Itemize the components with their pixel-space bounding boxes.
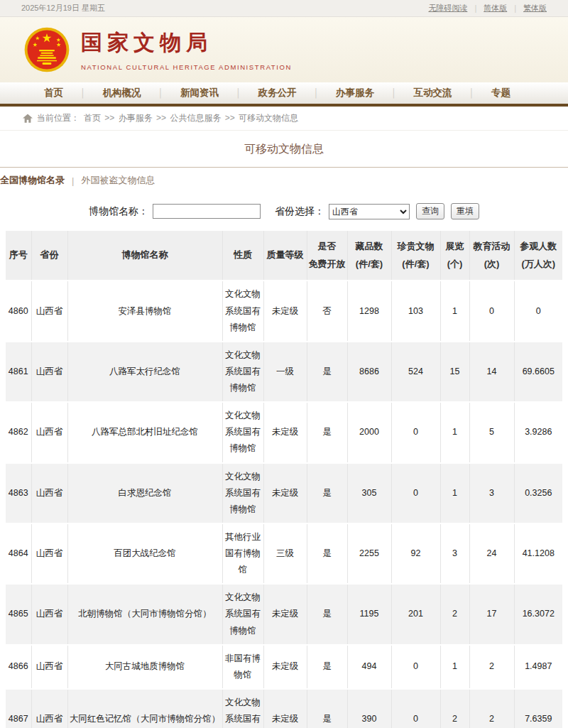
nav-item-4[interactable]: 政务公开 (241, 87, 314, 99)
cell-是否: 是 (307, 342, 347, 402)
cell-展览: 1 (440, 463, 469, 523)
breadcrumb-link[interactable]: 首页 (84, 113, 101, 123)
site-title: 国家文物局 (81, 28, 292, 58)
cell-参观人数: 1.4987 (514, 645, 562, 689)
cell-教育活动: 14 (469, 342, 514, 402)
table-row: 4866山西省大同古城地质博物馆非国有博物馆未定级是4940121.4987 (6, 645, 562, 689)
nav-separator: │ (80, 88, 86, 98)
cell-省份: 山西省 (31, 281, 67, 341)
table-row: 4863山西省白求恩纪念馆文化文物系统国有博物馆未定级是3050130.3256 (6, 463, 562, 523)
nav-separator: │ (236, 88, 241, 98)
cell-参观人数: 0 (514, 281, 562, 341)
header-line1: 省份 (33, 246, 66, 264)
table-row: 4860山西省安泽县博物馆文化文物系统国有博物馆未定级否1298103100 (6, 281, 562, 341)
breadcrumb-separator: >> (102, 113, 117, 123)
cell-藏品数: 2255 (347, 523, 391, 584)
province-label: 省份选择： (275, 205, 324, 218)
column-header: 博物馆名称 (67, 231, 222, 281)
column-header: 质量等级 (263, 231, 307, 281)
cell-质量等级: 未定级 (263, 402, 307, 462)
cell-参观人数: 3.9286 (514, 402, 562, 462)
nav-separator: │ (158, 88, 164, 98)
cell-藏品数: 2000 (347, 402, 391, 462)
reset-button[interactable]: 重填 (451, 203, 479, 219)
tab-2[interactable]: 外国被盗文物信息 (74, 174, 162, 187)
nav-separator: │ (469, 88, 475, 98)
cell-藏品数: 1298 (347, 281, 391, 341)
cell-是否: 是 (307, 645, 347, 689)
brand-block: 国家文物局 NATIONAL CULTURAL HERITAGE ADMINIS… (81, 28, 292, 71)
query-button[interactable]: 查询 (416, 203, 444, 219)
nav-item-7[interactable]: 专题 (474, 87, 528, 99)
cell-珍贵文物: 0 (391, 402, 440, 462)
breadcrumb: 当前位置： 首页 >> 办事服务 >> 公共信息服务 >> 可移动文物信息 (0, 107, 568, 131)
cell-教育活动: 3 (469, 463, 514, 523)
nav-item-5[interactable]: 办事服务 (319, 87, 391, 99)
cell-展览: 1 (440, 402, 469, 462)
breadcrumb-separator: >> (222, 113, 237, 123)
main-nav: 首页│机构概况│新闻资讯│政务公开│办事服务│互动交流│专题 (0, 82, 568, 104)
header-line1: 是否 (309, 238, 346, 256)
nav-item-2[interactable]: 机构概况 (86, 87, 158, 99)
cell-序号: 4862 (6, 402, 31, 462)
topbar-link[interactable]: 简体版 (484, 3, 507, 13)
museum-name-label: 博物馆名称： (89, 205, 148, 218)
table-row: 4867山西省大同红色记忆馆（大同市博物馆分馆）文化文物系统国有博物馆未定级是3… (6, 689, 562, 728)
column-header: 教育活动(次) (469, 231, 514, 281)
nav-separator: │ (391, 88, 397, 98)
nav-item-1[interactable]: 首页 (27, 87, 80, 99)
header-line1: 序号 (7, 246, 30, 264)
topbar-link[interactable]: 繁体版 (523, 3, 547, 13)
cell-质量等级: 未定级 (263, 463, 307, 523)
cell-质量等级: 一级 (263, 342, 307, 402)
tab-1[interactable]: 全国博物馆名录 (0, 174, 72, 187)
breadcrumb-link[interactable]: 可移动文物信息 (239, 113, 298, 123)
cell-序号: 4863 (6, 463, 31, 523)
cell-参观人数: 16.3072 (514, 584, 562, 644)
cell-性质: 文化文物系统国有博物馆 (222, 402, 263, 462)
cell-展览: 2 (440, 584, 469, 644)
header-line2: (个) (442, 256, 468, 273)
table-body: 4860山西省安泽县博物馆文化文物系统国有博物馆未定级否129810310048… (6, 281, 562, 728)
cell-博物馆名称: 大同古城地质博物馆 (67, 645, 222, 689)
topbar-link-separator: ｜ (511, 3, 519, 13)
column-header: 性质 (222, 231, 263, 281)
table-row: 4862山西省八路军总部北村旧址纪念馆文化文物系统国有博物馆未定级是200001… (6, 402, 562, 462)
column-header: 展览(个) (440, 231, 469, 281)
museum-name-input[interactable] (153, 204, 261, 219)
nav-item-3[interactable]: 新闻资讯 (163, 87, 236, 99)
cell-展览: 2 (440, 689, 469, 728)
cell-是否: 是 (307, 463, 347, 523)
cell-珍贵文物: 0 (391, 689, 440, 728)
cell-珍贵文物: 0 (391, 645, 440, 689)
cell-是否: 是 (307, 523, 347, 584)
topbar: 2025年12月19日 星期五 无障碍阅读｜简体版｜繁体版 (0, 0, 568, 17)
table-row: 4864山西省百团大战纪念馆其他行业国有博物馆三级是22559232441.12… (6, 523, 562, 584)
header-line1: 珍贵文物 (393, 238, 439, 256)
column-header: 序号 (6, 231, 31, 281)
cell-藏品数: 494 (347, 645, 391, 689)
cell-性质: 其他行业国有博物馆 (222, 523, 263, 584)
breadcrumb-link[interactable]: 办事服务 (119, 113, 153, 123)
home-icon (23, 114, 33, 123)
cell-展览: 3 (440, 523, 469, 584)
cell-质量等级: 未定级 (263, 689, 307, 728)
province-select[interactable]: 山西省 (329, 204, 410, 219)
cell-序号: 4867 (6, 689, 31, 728)
national-emblem-logo (24, 27, 70, 72)
cell-珍贵文物: 0 (391, 463, 440, 523)
header-line2: (次) (471, 256, 513, 273)
breadcrumb-separator: >> (154, 113, 169, 123)
header-line1: 教育活动 (471, 238, 513, 256)
cell-序号: 4866 (6, 645, 31, 689)
cell-序号: 4864 (6, 523, 31, 584)
cell-博物馆名称: 百团大战纪念馆 (67, 523, 222, 584)
cell-省份: 山西省 (31, 584, 67, 644)
breadcrumb-link[interactable]: 公共信息服务 (170, 113, 221, 123)
tab-bar: 全国博物馆名录|外国被盗文物信息 (0, 168, 568, 193)
nav-item-6[interactable]: 互动交流 (397, 87, 469, 99)
header-line2: (件/套) (393, 256, 439, 273)
topbar-link[interactable]: 无障碍阅读 (428, 3, 467, 13)
cell-参观人数: 0.3256 (514, 463, 562, 523)
cell-藏品数: 8686 (347, 342, 391, 402)
